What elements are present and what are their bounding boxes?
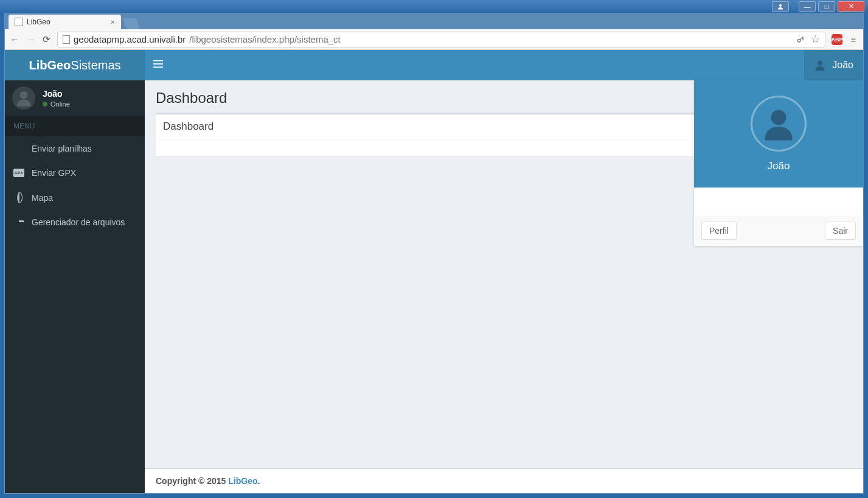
os-user-button[interactable] [772, 1, 789, 12]
header-user-menu[interactable]: João [804, 50, 863, 80]
gpx-icon: GPX [13, 169, 24, 177]
abp-extension-icon[interactable]: ABP [832, 34, 842, 45]
user-icon [814, 59, 826, 71]
svg-point-7 [771, 110, 786, 125]
sidebar-item-label: Mapa [32, 193, 53, 203]
browser-toolbar: ← → ⟳ geodatapmp.acad.univali.br/libgeos… [5, 29, 863, 50]
sidebar-user-name: João [43, 89, 70, 99]
status-label: Online [50, 100, 70, 108]
footer-link[interactable]: LibGeo [228, 476, 257, 486]
forward-button[interactable]: → [26, 35, 35, 44]
page-info-icon[interactable] [63, 35, 70, 44]
address-bar[interactable]: geodatapmp.acad.univali.br/libgeosistema… [57, 32, 825, 47]
sidebar-toggle-button[interactable] [145, 60, 172, 71]
browser-tabstrip: LibGeo × [5, 13, 863, 29]
svg-point-5 [818, 61, 822, 66]
sidebar-avatar [12, 86, 35, 110]
page-icon [15, 18, 23, 26]
logout-button[interactable]: Sair [825, 222, 856, 240]
sidebar: João Online MENU Enviar planilhas [5, 80, 145, 493]
svg-point-0 [779, 4, 782, 7]
sidebar-item-enviar-planilhas[interactable]: Enviar planilhas [5, 136, 145, 161]
svg-rect-4 [153, 66, 163, 68]
chrome-menu-button[interactable]: ≡ [849, 35, 858, 44]
sidebar-user-status: Online [43, 100, 70, 108]
sidebar-user-panel: João Online [5, 80, 145, 116]
svg-point-1 [797, 39, 800, 42]
logo-bold: LibGeo [29, 58, 71, 72]
sidebar-item-enviar-gpx[interactable]: GPX Enviar GPX [5, 161, 145, 185]
user-dropdown-header: João [694, 80, 863, 188]
url-path: /libgeosistemas/index.php/sistema_ct [189, 34, 340, 44]
svg-point-6 [20, 91, 28, 99]
app-logo[interactable]: LibGeoSistemas [5, 50, 145, 80]
globe-icon [13, 192, 24, 203]
svg-rect-3 [153, 63, 163, 65]
svg-rect-2 [153, 60, 163, 61]
sidebar-item-label: Gerenciador de arquivos [32, 217, 125, 227]
reload-button[interactable]: ⟳ [41, 35, 51, 44]
os-titlebar: — □ ✕ [0, 0, 868, 13]
bookmark-star-icon[interactable]: ☆ [811, 33, 820, 46]
footer: Copyright © 2015 LibGeo. [145, 468, 863, 493]
back-button[interactable]: ← [10, 35, 19, 44]
tab-title: LibGeo [27, 18, 106, 26]
online-dot-icon [43, 102, 47, 107]
os-close-button[interactable]: ✕ [838, 1, 864, 12]
browser-tab[interactable]: LibGeo × [9, 15, 121, 29]
logo-light: Sistemas [71, 58, 120, 72]
key-icon[interactable] [796, 35, 805, 44]
footer-prefix: Copyright © 2015 [156, 476, 228, 486]
app-header: LibGeoSistemas João [5, 50, 863, 80]
sidebar-item-label: Enviar GPX [32, 168, 76, 178]
footer-suffix: . [257, 476, 260, 486]
tab-close-icon[interactable]: × [110, 18, 115, 27]
url-host: geodatapmp.acad.univali.br [74, 34, 186, 44]
user-dropdown-avatar [751, 96, 807, 152]
sidebar-menu-header: MENU [5, 116, 145, 136]
os-maximize-button[interactable]: □ [818, 1, 835, 12]
header-user-name: João [832, 60, 853, 71]
os-minimize-button[interactable]: — [799, 1, 816, 12]
profile-button[interactable]: Perfil [701, 222, 737, 240]
sidebar-item-gerenciador[interactable]: Gerenciador de arquivos [5, 210, 145, 234]
sidebar-item-label: Enviar planilhas [32, 144, 92, 153]
new-tab-button[interactable] [123, 18, 141, 29]
bars-icon [153, 60, 163, 68]
user-dropdown-panel: João Perfil Sair [694, 80, 863, 246]
sidebar-item-mapa[interactable]: Mapa [5, 185, 145, 210]
user-dropdown-name: João [768, 160, 790, 172]
